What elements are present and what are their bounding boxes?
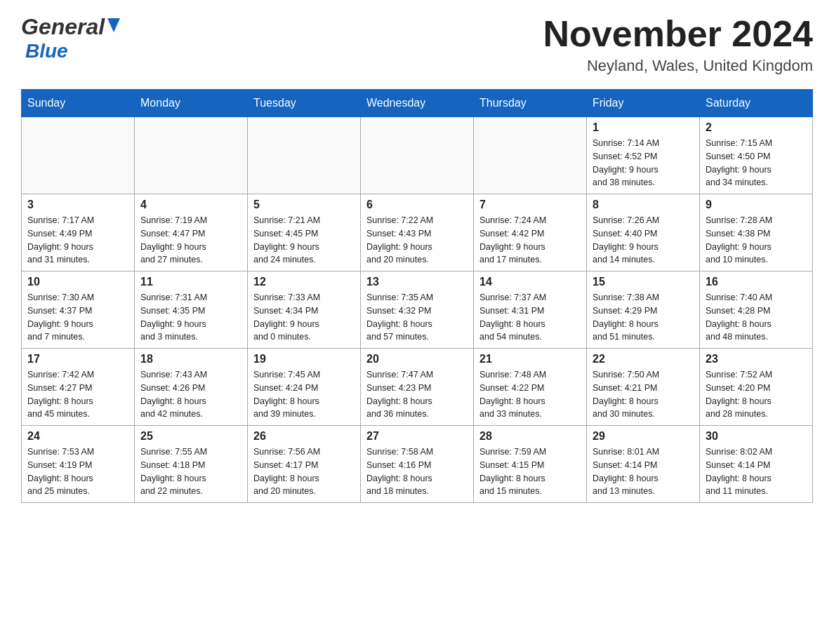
calendar-cell: 4Sunrise: 7:19 AM Sunset: 4:47 PM Daylig… bbox=[135, 194, 248, 271]
day-info: Sunrise: 7:43 AM Sunset: 4:26 PM Dayligh… bbox=[140, 368, 241, 421]
calendar-cell: 18Sunrise: 7:43 AM Sunset: 4:26 PM Dayli… bbox=[135, 349, 248, 426]
day-number: 28 bbox=[479, 430, 581, 443]
day-number: 11 bbox=[140, 276, 241, 288]
day-info: Sunrise: 7:56 AM Sunset: 4:17 PM Dayligh… bbox=[253, 445, 355, 498]
day-info: Sunrise: 7:59 AM Sunset: 4:15 PM Dayligh… bbox=[479, 445, 581, 498]
day-number: 20 bbox=[366, 353, 468, 365]
calendar-cell: 8Sunrise: 7:26 AM Sunset: 4:40 PM Daylig… bbox=[587, 194, 700, 271]
day-info: Sunrise: 7:52 AM Sunset: 4:20 PM Dayligh… bbox=[706, 368, 807, 421]
day-info: Sunrise: 7:50 AM Sunset: 4:21 PM Dayligh… bbox=[593, 368, 694, 421]
day-number: 21 bbox=[479, 353, 581, 365]
day-info: Sunrise: 7:40 AM Sunset: 4:28 PM Dayligh… bbox=[706, 291, 807, 344]
weekday-header-sunday: Sunday bbox=[22, 90, 135, 117]
day-info: Sunrise: 7:38 AM Sunset: 4:29 PM Dayligh… bbox=[593, 291, 694, 344]
calendar-cell: 6Sunrise: 7:22 AM Sunset: 4:43 PM Daylig… bbox=[361, 194, 474, 271]
calendar-cell: 7Sunrise: 7:24 AM Sunset: 4:42 PM Daylig… bbox=[474, 194, 587, 271]
logo-general-text: General bbox=[21, 14, 105, 40]
day-info: Sunrise: 7:17 AM Sunset: 4:49 PM Dayligh… bbox=[27, 214, 128, 267]
calendar-cell bbox=[248, 117, 361, 194]
day-number: 26 bbox=[253, 430, 355, 443]
calendar-cell bbox=[361, 117, 474, 194]
day-number: 24 bbox=[27, 430, 128, 443]
calendar-cell bbox=[474, 117, 587, 194]
calendar-cell: 23Sunrise: 7:52 AM Sunset: 4:20 PM Dayli… bbox=[700, 349, 813, 426]
day-number: 22 bbox=[593, 353, 694, 365]
weekday-header-friday: Friday bbox=[587, 90, 700, 117]
calendar-cell: 11Sunrise: 7:31 AM Sunset: 4:35 PM Dayli… bbox=[135, 271, 248, 349]
logo-triangle-icon bbox=[107, 18, 120, 35]
calendar-cell: 28Sunrise: 7:59 AM Sunset: 4:15 PM Dayli… bbox=[474, 426, 587, 503]
day-number: 14 bbox=[479, 276, 581, 288]
calendar-cell: 30Sunrise: 8:02 AM Sunset: 4:14 PM Dayli… bbox=[700, 426, 813, 503]
day-number: 12 bbox=[253, 276, 355, 288]
weekday-header-saturday: Saturday bbox=[700, 90, 813, 117]
month-title: November 2024 bbox=[543, 14, 813, 54]
day-number: 5 bbox=[253, 199, 355, 211]
day-number: 1 bbox=[593, 121, 694, 134]
day-number: 17 bbox=[27, 353, 128, 365]
calendar-cell: 13Sunrise: 7:35 AM Sunset: 4:32 PM Dayli… bbox=[361, 271, 474, 349]
calendar-cell: 15Sunrise: 7:38 AM Sunset: 4:29 PM Dayli… bbox=[587, 271, 700, 349]
day-number: 6 bbox=[366, 199, 468, 211]
day-info: Sunrise: 7:53 AM Sunset: 4:19 PM Dayligh… bbox=[27, 445, 128, 498]
calendar-cell: 20Sunrise: 7:47 AM Sunset: 4:23 PM Dayli… bbox=[361, 349, 474, 426]
day-info: Sunrise: 7:33 AM Sunset: 4:34 PM Dayligh… bbox=[253, 291, 355, 344]
page-header: General Blue November 2024 Neyland, Wale… bbox=[21, 14, 813, 75]
calendar-cell: 27Sunrise: 7:58 AM Sunset: 4:16 PM Dayli… bbox=[361, 426, 474, 503]
day-info: Sunrise: 7:31 AM Sunset: 4:35 PM Dayligh… bbox=[140, 291, 241, 344]
calendar-cell: 24Sunrise: 7:53 AM Sunset: 4:19 PM Dayli… bbox=[22, 426, 135, 503]
calendar-cell: 22Sunrise: 7:50 AM Sunset: 4:21 PM Dayli… bbox=[587, 349, 700, 426]
day-info: Sunrise: 7:22 AM Sunset: 4:43 PM Dayligh… bbox=[366, 214, 468, 267]
day-info: Sunrise: 7:42 AM Sunset: 4:27 PM Dayligh… bbox=[27, 368, 128, 421]
day-info: Sunrise: 8:02 AM Sunset: 4:14 PM Dayligh… bbox=[706, 445, 807, 498]
day-number: 2 bbox=[706, 121, 807, 134]
calendar-week-row: 17Sunrise: 7:42 AM Sunset: 4:27 PM Dayli… bbox=[22, 349, 813, 426]
day-info: Sunrise: 7:30 AM Sunset: 4:37 PM Dayligh… bbox=[27, 291, 128, 344]
day-number: 8 bbox=[593, 199, 694, 211]
calendar-cell: 19Sunrise: 7:45 AM Sunset: 4:24 PM Dayli… bbox=[248, 349, 361, 426]
location-title: Neyland, Wales, United Kingdom bbox=[543, 57, 813, 75]
day-number: 23 bbox=[706, 353, 807, 365]
calendar-cell: 9Sunrise: 7:28 AM Sunset: 4:38 PM Daylig… bbox=[700, 194, 813, 271]
day-info: Sunrise: 7:24 AM Sunset: 4:42 PM Dayligh… bbox=[479, 214, 581, 267]
day-info: Sunrise: 7:47 AM Sunset: 4:23 PM Dayligh… bbox=[366, 368, 468, 421]
day-info: Sunrise: 7:37 AM Sunset: 4:31 PM Dayligh… bbox=[479, 291, 581, 344]
day-number: 4 bbox=[140, 199, 241, 211]
day-info: Sunrise: 7:14 AM Sunset: 4:52 PM Dayligh… bbox=[593, 137, 694, 189]
calendar-cell: 12Sunrise: 7:33 AM Sunset: 4:34 PM Dayli… bbox=[248, 271, 361, 349]
calendar-week-row: 24Sunrise: 7:53 AM Sunset: 4:19 PM Dayli… bbox=[22, 426, 813, 503]
day-number: 7 bbox=[479, 199, 581, 211]
day-number: 3 bbox=[27, 199, 128, 211]
day-info: Sunrise: 7:19 AM Sunset: 4:47 PM Dayligh… bbox=[140, 214, 241, 267]
day-number: 25 bbox=[140, 430, 241, 443]
weekday-header-monday: Monday bbox=[135, 90, 248, 117]
calendar-cell: 3Sunrise: 7:17 AM Sunset: 4:49 PM Daylig… bbox=[22, 194, 135, 271]
day-info: Sunrise: 7:55 AM Sunset: 4:18 PM Dayligh… bbox=[140, 445, 241, 498]
calendar-cell: 25Sunrise: 7:55 AM Sunset: 4:18 PM Dayli… bbox=[135, 426, 248, 503]
calendar-week-row: 10Sunrise: 7:30 AM Sunset: 4:37 PM Dayli… bbox=[22, 271, 813, 349]
day-number: 10 bbox=[27, 276, 128, 288]
logo-blue-text: Blue bbox=[25, 40, 68, 62]
day-info: Sunrise: 7:35 AM Sunset: 4:32 PM Dayligh… bbox=[366, 291, 468, 344]
day-number: 13 bbox=[366, 276, 468, 288]
day-number: 15 bbox=[593, 276, 694, 288]
day-number: 29 bbox=[593, 430, 694, 443]
svg-marker-0 bbox=[107, 18, 120, 32]
calendar-cell: 29Sunrise: 8:01 AM Sunset: 4:14 PM Dayli… bbox=[587, 426, 700, 503]
logo: General Blue bbox=[21, 14, 120, 62]
day-number: 9 bbox=[706, 199, 807, 211]
calendar-cell: 17Sunrise: 7:42 AM Sunset: 4:27 PM Dayli… bbox=[22, 349, 135, 426]
weekday-header-wednesday: Wednesday bbox=[361, 90, 474, 117]
day-number: 27 bbox=[366, 430, 468, 443]
calendar-cell: 16Sunrise: 7:40 AM Sunset: 4:28 PM Dayli… bbox=[700, 271, 813, 349]
calendar-cell: 1Sunrise: 7:14 AM Sunset: 4:52 PM Daylig… bbox=[587, 117, 700, 194]
calendar-cell bbox=[22, 117, 135, 194]
weekday-header-thursday: Thursday bbox=[474, 90, 587, 117]
calendar-cell: 14Sunrise: 7:37 AM Sunset: 4:31 PM Dayli… bbox=[474, 271, 587, 349]
day-info: Sunrise: 8:01 AM Sunset: 4:14 PM Dayligh… bbox=[593, 445, 694, 498]
day-info: Sunrise: 7:26 AM Sunset: 4:40 PM Dayligh… bbox=[593, 214, 694, 267]
calendar-cell: 10Sunrise: 7:30 AM Sunset: 4:37 PM Dayli… bbox=[22, 271, 135, 349]
calendar-cell bbox=[135, 117, 248, 194]
day-info: Sunrise: 7:58 AM Sunset: 4:16 PM Dayligh… bbox=[366, 445, 468, 498]
calendar-cell: 2Sunrise: 7:15 AM Sunset: 4:50 PM Daylig… bbox=[700, 117, 813, 194]
